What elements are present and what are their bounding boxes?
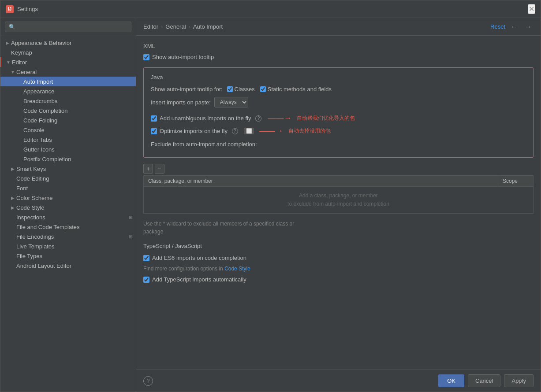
sidebar-item-editor[interactable]: ▼ Editor <box>0 57 136 67</box>
static-checkbox[interactable] <box>260 86 266 92</box>
static-label: Static methods and fields <box>268 86 332 92</box>
arrow-icon <box>9 223 16 230</box>
settings-window: IJ Settings ✕ ▶ Appearance & Behavior Ke… <box>0 0 541 392</box>
sidebar-item-gutter-icons[interactable]: Gutter Icons <box>0 144 136 154</box>
classes-label: Classes <box>235 86 255 92</box>
breadcrumb-bar: Editor › General › Auto Import Reset ← → <box>136 18 541 36</box>
arrow-icon: ▶ <box>4 39 11 46</box>
close-button[interactable]: ✕ <box>528 4 535 14</box>
breadcrumb-actions: Reset ← → <box>490 22 534 32</box>
xml-section-title: XML <box>143 43 534 49</box>
sidebar-item-file-code-templates[interactable]: File and Code Templates <box>0 222 136 232</box>
main-content-area: ▶ Appearance & Behavior Keymap ▼ Editor … <box>0 18 541 392</box>
sidebar-item-android-layout-editor[interactable]: Android Layout Editor <box>0 261 136 270</box>
exclude-table: Class, package, or member Scope Add a cl… <box>143 175 534 214</box>
forward-button[interactable]: → <box>523 22 534 32</box>
sidebar-item-file-encodings[interactable]: File Encodings ⊞ <box>0 232 136 241</box>
sidebar-item-label: Appearance & Behavior <box>11 40 132 46</box>
insert-imports-select[interactable]: Always Ask Never <box>214 97 248 107</box>
arrow-icon <box>16 97 23 104</box>
sidebar-item-code-editing[interactable]: Code Editing <box>0 174 136 183</box>
help-button[interactable]: ? <box>143 376 153 386</box>
arrow-icon <box>4 49 11 56</box>
sidebar-item-label: Code Style <box>16 204 132 211</box>
sidebar-item-console[interactable]: Console <box>0 125 136 135</box>
breadcrumb-general: General <box>165 23 186 30</box>
sidebar-item-smart-keys[interactable]: ▶ Smart Keys <box>0 164 136 174</box>
annotation-optimize: 自动去掉没用的包 <box>288 127 331 135</box>
annotation-add-unambiguous: 自动帮我们优化导入的包 <box>297 115 355 122</box>
optimize-imports-row: Optimize imports on the fly ? ⬜ ——→ 自动去掉… <box>151 126 526 136</box>
sidebar-item-code-completion[interactable]: Code Completion <box>0 106 136 115</box>
sidebar-item-general[interactable]: ▼ General <box>0 67 136 77</box>
add-es6-label: Add ES6 imports on code completion <box>152 255 246 261</box>
add-button[interactable]: + <box>143 164 153 174</box>
show-tooltip-row: Show auto-import tooltip <box>143 54 534 60</box>
breadcrumb-current: Auto Import <box>193 23 223 30</box>
sidebar-item-label: Breadcrumbs <box>23 98 132 104</box>
breadcrumb-sep-1: › <box>161 23 163 30</box>
insert-imports-row: Insert imports on paste: Always Ask Neve… <box>151 97 526 107</box>
code-style-link[interactable]: Code Style <box>224 266 250 272</box>
sidebar-tree: ▶ Appearance & Behavior Keymap ▼ Editor … <box>0 36 136 392</box>
sidebar-item-font[interactable]: Font <box>0 183 136 193</box>
sidebar-item-color-scheme[interactable]: ▶ Color Scheme <box>0 193 136 203</box>
sidebar-item-breadcrumbs[interactable]: Breadcrumbs <box>0 96 136 106</box>
add-es6-checkbox[interactable] <box>143 255 149 261</box>
apply-button[interactable]: Apply <box>504 374 534 387</box>
external-icon: ⊞ <box>129 234 132 239</box>
arrow-icon <box>9 185 16 192</box>
exclude-section: + − Class, package, or member Scope Add … <box>143 164 534 214</box>
add-typescript-checkbox[interactable] <box>143 277 149 283</box>
add-typescript-label: Add TypeScript imports automatically <box>152 276 246 283</box>
sidebar-item-label: File and Code Templates <box>16 224 132 230</box>
arrow-icon <box>16 146 23 153</box>
show-tooltip-checkbox[interactable] <box>143 54 149 60</box>
arrow-icon <box>16 126 23 133</box>
add-unambiguous-checkbox[interactable] <box>151 115 157 122</box>
ts-section-title: TypeScript / JavaScript <box>143 243 534 249</box>
sidebar-item-label: Color Scheme <box>16 195 132 201</box>
optimize-imports-checkbox[interactable] <box>151 128 157 134</box>
back-button[interactable]: ← <box>509 22 519 32</box>
reset-button[interactable]: Reset <box>490 23 505 30</box>
search-box <box>0 18 136 36</box>
window-title: Settings <box>17 6 528 12</box>
sidebar-item-code-folding[interactable]: Code Folding <box>0 115 136 125</box>
sidebar-item-live-templates[interactable]: Live Templates <box>0 241 136 251</box>
ok-button[interactable]: OK <box>438 374 464 387</box>
sidebar-item-label: Android Layout Editor <box>16 263 132 269</box>
arrow-icon <box>16 88 23 95</box>
arrow-icon: ▼ <box>5 59 12 66</box>
sidebar-item-file-types[interactable]: File Types <box>0 251 136 261</box>
optimize-icon: ⬜ <box>244 128 254 134</box>
external-icon: ⊞ <box>129 215 132 220</box>
arrow-icon <box>9 175 16 182</box>
sidebar-item-postfix-completion[interactable]: Postfix Completion <box>0 154 136 164</box>
search-input[interactable] <box>5 22 131 32</box>
cancel-button[interactable]: Cancel <box>468 374 500 387</box>
sidebar-item-label: Auto Import <box>23 78 132 85</box>
sidebar-item-label: Appearance <box>23 88 132 95</box>
sidebar-item-label: Code Folding <box>23 117 132 124</box>
insert-imports-label: Insert imports on paste: <box>151 99 211 106</box>
help-icon: ? <box>255 115 261 122</box>
wildcard-note: Use the * wildcard to exclude all member… <box>143 220 534 236</box>
arrow-icon: ▶ <box>9 194 16 201</box>
classes-checkbox[interactable] <box>227 86 233 92</box>
sidebar-item-auto-import[interactable]: Auto Import <box>0 77 136 86</box>
arrow-icon <box>9 233 16 240</box>
arrow-icon: ▶ <box>9 165 16 172</box>
arrow-icon <box>16 78 23 85</box>
sidebar-item-keymap[interactable]: Keymap <box>0 48 136 57</box>
sidebar-item-appearance[interactable]: Appearance <box>0 86 136 96</box>
sidebar-item-code-style[interactable]: ▶ Code Style <box>0 203 136 212</box>
col-scope-header: Scope <box>498 176 533 186</box>
sidebar-item-appearance-behavior[interactable]: ▶ Appearance & Behavior <box>0 38 136 48</box>
remove-button[interactable]: − <box>155 164 164 174</box>
toolbar-row: + − <box>143 164 534 174</box>
sidebar-item-label: Live Templates <box>16 243 132 250</box>
arrow-icon <box>16 136 23 143</box>
sidebar-item-editor-tabs[interactable]: Editor Tabs <box>0 135 136 144</box>
sidebar-item-inspections[interactable]: Inspections ⊞ <box>0 212 136 222</box>
